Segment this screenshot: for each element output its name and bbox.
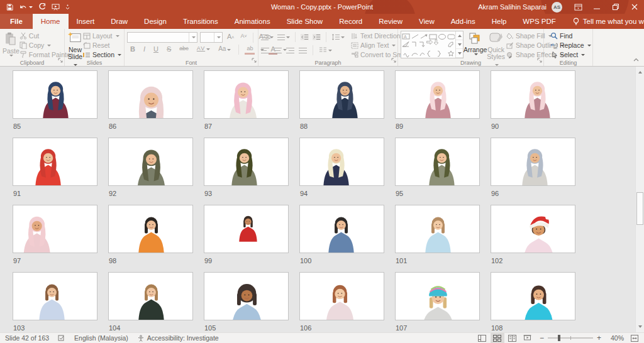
select-button[interactable]: Select [550,50,591,59]
redo-icon[interactable] [38,3,46,11]
drawing-dialog-launcher[interactable] [537,54,542,65]
reset-button[interactable]: Reset [83,41,121,50]
normal-view-button[interactable] [475,333,489,343]
slide-thumbnail-96[interactable] [491,138,575,186]
customize-qat-icon[interactable] [65,4,70,10]
tab-transitions[interactable]: Transitions [175,14,226,29]
slide-thumbnail-103[interactable] [13,272,97,320]
tab-animations[interactable]: Animations [226,14,279,29]
slide-sorter-view-button[interactable] [491,333,504,343]
slide-thumbnail-106[interactable] [299,272,384,320]
character-spacing-button[interactable]: AV [195,45,212,55]
zoom-slider[interactable] [548,337,593,339]
bullets-button[interactable] [261,35,274,40]
tab-record[interactable]: Record [331,14,370,29]
font-size-combo[interactable] [200,32,223,43]
columns-button[interactable] [319,47,332,53]
slide-thumbnail-86[interactable] [108,70,193,119]
slide-thumbnail-90[interactable] [491,70,575,119]
spellcheck-button[interactable] [58,335,65,342]
decrease-indent-button[interactable] [301,34,309,40]
font-name-combo[interactable] [127,32,197,43]
slide-thumbnail-108[interactable] [491,272,575,320]
tab-draw[interactable]: Draw [103,14,136,29]
tab-home[interactable]: Home [33,14,69,29]
save-icon[interactable] [6,4,13,11]
vertical-scrollbar[interactable] [635,67,644,332]
fit-to-window-button[interactable] [628,333,641,343]
tab-insert[interactable]: Insert [69,14,103,29]
tab-review[interactable]: Review [370,14,411,29]
justify-button[interactable] [299,48,307,53]
tab-wps-pdf[interactable]: WPS PDF [514,14,564,29]
line-spacing-button[interactable] [331,34,345,40]
zoom-level[interactable]: 40% [606,334,624,342]
slideshow-view-button[interactable] [521,333,535,343]
slide-thumbnail-93[interactable] [204,138,289,186]
reading-view-button[interactable] [506,333,519,343]
slide-thumbnail-85[interactable] [13,70,97,119]
change-case-button[interactable]: Aa [216,45,233,55]
italic-button[interactable]: I [142,45,147,55]
ribbon-display-options-icon[interactable] [569,0,587,14]
slide-thumbnail-87[interactable] [204,70,289,119]
text-highlight-button[interactable]: ab [245,45,255,55]
tab-file[interactable]: File [0,14,33,29]
underline-button[interactable]: U [152,45,160,55]
minimize-icon[interactable] [587,0,606,14]
numbering-button[interactable] [277,35,290,40]
zoom-slider-thumb[interactable] [558,335,560,341]
find-button[interactable]: Find [550,31,591,40]
slide-thumbnail-97[interactable] [13,205,97,253]
collapse-ribbon-icon[interactable] [633,53,639,64]
slide-thumbnail-92[interactable] [108,138,193,186]
tab-design[interactable]: Design [136,14,175,29]
bold-button[interactable]: B [128,45,137,55]
slide-thumbnail-94[interactable] [299,138,384,186]
slide-thumbnail-91[interactable] [13,138,97,186]
tab-slide-show[interactable]: Slide Show [279,14,331,29]
arrange-button[interactable]: Arrange [464,31,487,55]
tab-help[interactable]: Help [484,14,515,29]
close-icon[interactable] [625,0,644,14]
shapes-gallery[interactable]: A [401,31,464,58]
font-dialog-launcher[interactable] [252,54,257,65]
slide-indicator[interactable]: Slide 42 of 163 [5,334,49,342]
slide-thumbnail-99[interactable] [204,205,289,253]
slide-thumbnail-107[interactable] [395,272,480,320]
scroll-down-icon[interactable] [636,322,644,331]
align-left-button[interactable] [261,48,269,53]
zoom-in-button[interactable]: + [597,335,601,341]
start-slideshow-icon[interactable] [52,4,60,11]
paste-button[interactable]: Paste [3,31,19,57]
restore-icon[interactable] [606,0,625,14]
replace-button[interactable]: abac Replace [550,41,591,50]
slide-thumbnail-102[interactable] [491,205,575,253]
scroll-up-icon[interactable] [636,68,644,77]
slide-thumbnail-101[interactable] [395,205,480,253]
tab-add-ins[interactable]: Add-ins [443,14,484,29]
user-name[interactable]: Akram Salihin Saparai [478,3,547,11]
slide-thumbnail-89[interactable] [395,70,480,119]
slide-thumbnail-88[interactable] [299,70,384,119]
grow-font-button[interactable]: A˄ [225,33,236,42]
shrink-font-button[interactable]: A˅ [238,33,248,42]
tab-view[interactable]: View [411,14,443,29]
align-right-button[interactable] [286,48,294,53]
accessibility-indicator[interactable]: Accessibility: Investigate [137,334,219,342]
slide-thumbnail-100[interactable] [299,205,384,253]
strikethrough-abc-button[interactable]: abc [177,45,191,55]
increase-indent-button[interactable] [313,34,321,40]
paragraph-dialog-launcher[interactable] [391,54,396,65]
slide-thumbnail-98[interactable] [108,205,193,253]
tell-me-box[interactable]: Tell me what you want to do [573,14,644,29]
section-button[interactable]: Section [83,50,121,59]
zoom-out-button[interactable]: − [540,335,544,341]
avatar[interactable]: AS [552,2,562,13]
layout-button[interactable]: Layout [83,31,121,40]
slide-thumbnail-105[interactable] [204,272,289,320]
align-center-button[interactable] [274,48,282,53]
slide-thumbnail-104[interactable] [108,272,193,320]
slide-thumbnail-95[interactable] [395,138,480,186]
shapes-gallery-scroll[interactable] [455,31,463,58]
